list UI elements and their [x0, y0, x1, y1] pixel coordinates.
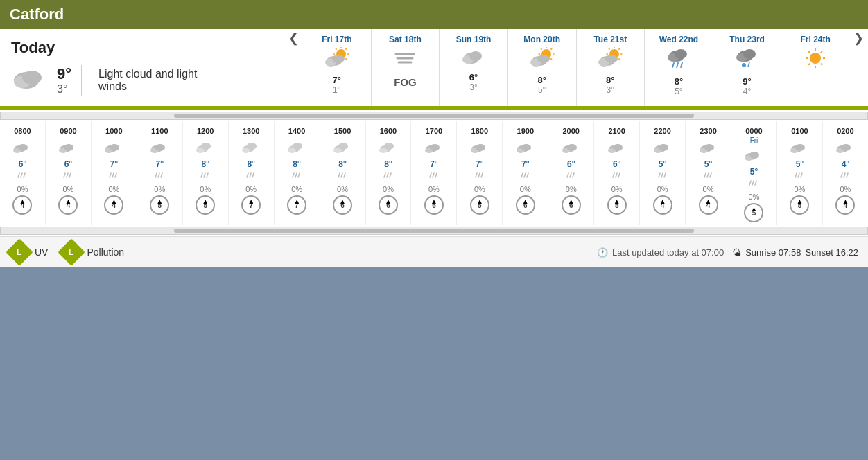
svg-line-160 [710, 173, 711, 177]
hour-col-11: 1900 7° 0% ▲ 6 [503, 121, 548, 225]
svg-line-60 [808, 64, 810, 65]
rain-icon [1, 171, 44, 184]
svg-line-177 [844, 173, 845, 177]
day-col-7[interactable]: Fri 24th [781, 29, 849, 106]
wind-circle: ▲ 6 [516, 195, 535, 215]
rain-percent: 0% [1, 185, 44, 193]
wind-circle: ▲ 6 [424, 195, 444, 215]
svg-line-92 [201, 173, 202, 177]
hourly-table: 0800 6° 0% ▲ 4 0900 6° [0, 121, 868, 225]
prev-days-arrow[interactable]: ❮ [284, 29, 303, 106]
day-col-5[interactable]: Wed 22nd 8°5° [645, 29, 713, 106]
footer-left: L UV L Pollution [10, 242, 124, 262]
svg-line-165 [752, 181, 754, 185]
rain-percent: 0% [367, 185, 410, 193]
svg-line-117 [387, 173, 388, 177]
day-icon [374, 47, 437, 69]
rain-icon [824, 171, 867, 184]
svg-line-147 [616, 173, 617, 177]
svg-point-20 [469, 51, 482, 61]
svg-point-54 [742, 63, 746, 67]
hour-temp: 8° [230, 159, 272, 169]
day-high: 8° [511, 75, 573, 85]
svg-line-116 [384, 173, 385, 177]
wind-circle: ▲ 6 [562, 195, 581, 215]
hour-time: 0900 [47, 124, 89, 136]
location-title: Catford [10, 6, 64, 23]
day-name: Fri 24th [784, 35, 847, 44]
svg-line-58 [821, 64, 822, 65]
hour-col-15: 2300 5° 0% ▲ 4 [686, 121, 731, 225]
svg-line-74 [64, 173, 65, 177]
pollution-level: L [69, 247, 74, 257]
day-col-1[interactable]: Sat 18th FOG [372, 29, 440, 106]
wind-circle: ▲ 4 [58, 195, 78, 215]
svg-point-14 [332, 55, 345, 63]
rain-icon [93, 171, 135, 184]
footer-right: 🕐 Last updated today at 07:00 🌤 Sunrise … [597, 247, 858, 258]
main-content: Today 9° 3° Light cloud and light winds [0, 29, 868, 267]
svg-line-164 [749, 181, 751, 185]
day-low: 5° [648, 87, 710, 96]
day-col-4[interactable]: Tue 21st 8°3° [577, 29, 645, 106]
wind-circle: ▲ 5 [790, 195, 809, 215]
uv-label: UV [35, 247, 48, 258]
hour-icon [824, 139, 867, 158]
scroll-bar-indicator [174, 114, 694, 118]
hour-time: 1900 [504, 124, 546, 136]
next-days-arrow[interactable]: ❯ [849, 29, 868, 106]
hour-time: 1400 [276, 124, 318, 136]
svg-line-23 [550, 58, 552, 60]
rain-icon [550, 171, 592, 184]
svg-line-166 [755, 181, 756, 185]
day-col-0[interactable]: Fri 17th 7°1° [303, 29, 372, 106]
hour-col-7: 1500 8° 0% ▲ 6 [320, 121, 366, 225]
svg-line-68 [18, 173, 19, 177]
rain-icon [322, 171, 364, 184]
svg-line-70 [24, 173, 25, 177]
wind-circle: ▲ 7 [287, 195, 306, 215]
hour-icon [687, 139, 729, 158]
wind-circle: ▲ 5 [196, 195, 215, 215]
day-col-6[interactable]: Thu 23rd 9°4° [713, 29, 782, 106]
wind-circle: ▲ 5 [744, 203, 763, 222]
hour-col-3: 1100 7° 0% ▲ 5 [137, 121, 183, 225]
svg-line-159 [707, 173, 709, 177]
pollution-badge-item: L Pollution [62, 242, 124, 262]
pollution-diamond: L [58, 238, 86, 266]
hour-temp: 6° [596, 159, 638, 169]
svg-line-122 [430, 173, 431, 177]
scroll-bar-bottom[interactable] [0, 227, 868, 235]
svg-line-93 [204, 173, 205, 177]
sunrise-icon: 🌤 [732, 247, 741, 258]
wind-arrow: ▲ [842, 197, 849, 205]
day-high: 8° [580, 75, 642, 85]
forecast-header: Today 9° 3° Light cloud and light winds [0, 29, 868, 108]
rain-percent: 0% [184, 185, 227, 193]
svg-point-163 [749, 152, 759, 159]
hour-col-17: 0100 5° 0% ▲ 5 [777, 121, 823, 225]
hour-icon [322, 139, 364, 158]
svg-line-94 [207, 173, 208, 177]
svg-point-91 [201, 143, 211, 150]
day-name: Wed 22nd [648, 35, 710, 44]
wind-circle: ▲ 5 [150, 195, 169, 215]
rain-percent: 0% [458, 185, 501, 193]
svg-line-5 [345, 58, 347, 60]
day-low: 3° [442, 82, 505, 92]
day-col-2[interactable]: Sun 19th 6°3° [440, 29, 508, 106]
svg-line-140 [567, 173, 568, 177]
svg-line-88 [161, 173, 162, 177]
day-col-3[interactable]: Mon 20th 8°5° [508, 29, 577, 106]
scroll-bar-top[interactable] [0, 112, 868, 120]
day-low: 4° [716, 87, 779, 96]
hour-time: 1100 [139, 124, 181, 136]
svg-line-100 [252, 173, 254, 177]
hour-col-9: 1700 7° 0% ▲ 6 [411, 121, 457, 225]
svg-line-87 [158, 173, 159, 177]
svg-line-29 [550, 48, 552, 50]
svg-line-48 [672, 63, 674, 67]
svg-line-82 [115, 173, 116, 177]
rain-icon [733, 179, 775, 192]
wind-circle: ▲ 5 [607, 195, 627, 215]
